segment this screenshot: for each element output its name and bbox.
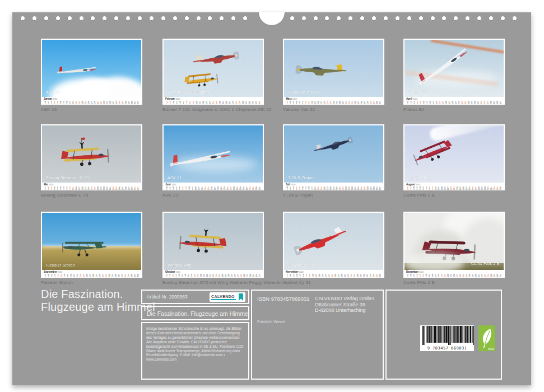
binding-hole bbox=[44, 16, 49, 21]
barcode-bars bbox=[420, 325, 474, 347]
photo-caption: Boeing Stearman E 75 bbox=[41, 193, 142, 198]
binding-hole bbox=[419, 16, 424, 21]
artikel-number: Artikel-Nr. 2000963 bbox=[147, 294, 188, 300]
calendar-sheet: ASK 21 Juni 2020 M1D2M3D4F5S6S7M8D9M10D1… bbox=[162, 124, 264, 190]
photo-signature: T-28 B-Trojan bbox=[288, 176, 314, 180]
binding-hole bbox=[184, 16, 189, 21]
mini-calendar: November 2020 S1M2D3M4D5F6S7S8M9D10M11D1… bbox=[284, 270, 383, 278]
calendar-sheet: Wingwalking Oktober 2020 D1F2S3S4M5D6M7D… bbox=[162, 212, 264, 278]
eco-label: eco bbox=[489, 347, 494, 351]
month-photo: Curtis Pitts 2 B bbox=[404, 213, 504, 270]
airplane-illustration bbox=[295, 52, 348, 83]
mini-calendar: Mai 2020 F1S2S3M4D5M6D7F8S9S10M11D12M13D… bbox=[42, 183, 141, 190]
calendar-month-tile: Curtis Pitts 2 B August 2020 S1S2M3D4M5D… bbox=[403, 124, 505, 198]
photo-signature: ASK 21 bbox=[168, 176, 182, 180]
legal-box: Infolge bestehender Schutzrechte ist es … bbox=[141, 322, 249, 380]
product-title-box: Die Faszination. Flugzeuge am Himmel bbox=[141, 306, 249, 320]
calendar-month-tile: Fieseler Storch September 2020 D1M2D3F4S… bbox=[41, 212, 142, 285]
binding-hole bbox=[512, 16, 517, 21]
binding-hole bbox=[348, 16, 353, 21]
calendar-month-tile: Wingwalking Oktober 2020 D1F2S3S4M5D6M7D… bbox=[162, 212, 264, 285]
month-photo: Yakovlev Yak 52 bbox=[284, 40, 383, 97]
binding-hole bbox=[324, 16, 329, 21]
binding-hole bbox=[149, 16, 154, 21]
photo-caption: Bücker T 131 Jungmann u. DHC 1 Chipmunk … bbox=[162, 107, 264, 112]
binding-hole bbox=[125, 16, 131, 21]
calendar-sheet: T-28 B-Trojan Juli 2020 M1D2F3S4S5M6D7M8… bbox=[283, 124, 384, 190]
calendar-month-tile: ASK 16 Januar 2020 M1D2F3S4S5M6D7M8D9F10… bbox=[41, 39, 142, 112]
calendar-back-page: ASK 16 Januar 2020 M1D2F3S4S5M6D7M8D9F10… bbox=[12, 12, 531, 385]
binding-hole bbox=[102, 16, 107, 21]
barcode-box: 9 783457 869031 eco bbox=[385, 290, 502, 380]
binding-hole bbox=[20, 16, 25, 21]
binding-hole bbox=[395, 16, 400, 21]
mini-day: D30 bbox=[258, 187, 261, 191]
calendar-month-tile: Boeing Stearman E 75 Mai 2020 F1S2S3M4D5… bbox=[41, 124, 142, 198]
airplane-illustration bbox=[405, 128, 461, 171]
binding-hole bbox=[441, 16, 447, 21]
calendar-month-tile: Curtis Pitts 2 B Dezember 2020 D1M2D3F4S… bbox=[403, 212, 505, 285]
calvendo-bookmark-icon bbox=[238, 293, 244, 301]
binding-hole bbox=[430, 16, 435, 21]
binding-hole bbox=[90, 16, 95, 21]
photo-caption: Curtis Pitts 2 B bbox=[403, 193, 505, 198]
photo-signature: Yakovlev Yak 52 bbox=[288, 90, 319, 94]
artikel-box: Artikel-Nr. 2000963 CALVENDO bbox=[141, 290, 249, 304]
mini-day: D31 bbox=[378, 101, 382, 105]
calendar-month-tile: Pilatus B4 April 2020 M1D2F3S4S5M6D7M8D9… bbox=[403, 39, 505, 112]
mini-day: M30 bbox=[378, 274, 382, 278]
calendar-sheet: Fieseler Storch September 2020 D1M2D3F4S… bbox=[41, 212, 142, 278]
binding-hole bbox=[219, 16, 224, 21]
binding-hole bbox=[55, 16, 61, 21]
binding-hole bbox=[301, 16, 306, 21]
mini-day: M30 bbox=[136, 274, 140, 278]
binding-hole bbox=[173, 16, 178, 21]
photo-caption: T -28 B Trojan bbox=[283, 193, 384, 198]
month-photo: T-28 B-Trojan bbox=[284, 125, 383, 183]
photo-signature: Fieseler Storch bbox=[46, 263, 75, 267]
calendar-sheet: Boeing Stearman E 75 Mai 2020 F1S2S3M4D5… bbox=[41, 124, 142, 190]
calendar-sheet: Pilatus B4 April 2020 M1D2F3S4S5M6D7M8D9… bbox=[403, 39, 505, 105]
mini-day: S31 bbox=[136, 187, 140, 191]
binding-hole bbox=[114, 16, 119, 21]
mini-calendar: Juli 2020 M1D2F3S4S5M6D7M8D9F10S11S12M13… bbox=[284, 183, 383, 190]
airplane-illustration bbox=[55, 55, 97, 81]
title-line-1: Die Faszination. bbox=[41, 288, 155, 301]
binding-hole bbox=[489, 16, 494, 21]
calvendo-logo: CALVENDO bbox=[210, 292, 245, 302]
airplane-illustration bbox=[53, 135, 114, 172]
month-photo: ASK 16 bbox=[42, 40, 141, 97]
calendar-sheet: Curtis Pitts 2 B August 2020 S1S2M3D4M5D… bbox=[403, 124, 505, 190]
photo-signature: Pilatus B4 bbox=[408, 90, 428, 94]
product-title: Die Faszination. Flugzeuge am Himmel bbox=[147, 310, 249, 317]
photo-signature: Boeing Stearman E 75 bbox=[46, 176, 89, 180]
calendar-sheet: Bücker T 131 Jungmann Februar 2020 S1S2M… bbox=[162, 39, 264, 105]
hanger-notch bbox=[258, 12, 285, 26]
binding-hole bbox=[313, 16, 318, 21]
mini-calendar: März 2020 S1M2D3M4D5F6S7S8M9D10M11D12F13… bbox=[284, 97, 383, 105]
binding-hole bbox=[407, 16, 412, 21]
calvendo-logo-text: CALVENDO bbox=[211, 295, 236, 298]
binding-hole bbox=[383, 16, 388, 21]
mini-day: F31 bbox=[136, 101, 140, 105]
author-name: Friedrich Wesch bbox=[257, 320, 285, 324]
publisher-address: CALVENDO Verlag GmbH Ottobrunner Straße … bbox=[315, 296, 374, 314]
calendar-sheet: Yakovlev Yak 52 März 2020 S1M2D3M4D5F6S7… bbox=[283, 39, 384, 105]
mini-calendar: Juni 2020 M1D2M3D4F5S6S7M8D9M10D11F12S13… bbox=[164, 183, 263, 190]
calendar-sheet: Sukhoi Cy 31 November 2020 S1M2D3M4D5F6S… bbox=[283, 212, 384, 278]
binding-hole bbox=[137, 16, 142, 21]
airplane-illustration bbox=[406, 40, 475, 95]
mini-day: D31 bbox=[499, 274, 502, 278]
month-photo: Pilatus B4 bbox=[404, 40, 504, 97]
publisher-line: Ottobrunner Straße 39 bbox=[315, 302, 374, 308]
mini-day: M31 bbox=[499, 187, 502, 191]
month-photo: Wingwalking bbox=[164, 213, 263, 270]
airplane-illustration bbox=[174, 222, 235, 258]
month-photo: ASK 21 bbox=[164, 125, 263, 183]
month-photo: Bücker T 131 Jungmann bbox=[164, 40, 263, 97]
binding-hole bbox=[79, 16, 84, 21]
mini-calendar: April 2020 M1D2F3S4S5M6D7M8D9F10S11S12M1… bbox=[404, 97, 504, 105]
calendar-month-tile: Bücker T 131 Jungmann Februar 2020 S1S2M… bbox=[162, 39, 264, 112]
mini-calendar: Oktober 2020 D1F2S3S4M5D6M7D8F9S10S11M12… bbox=[164, 270, 263, 278]
airplane-illustration bbox=[56, 230, 110, 260]
